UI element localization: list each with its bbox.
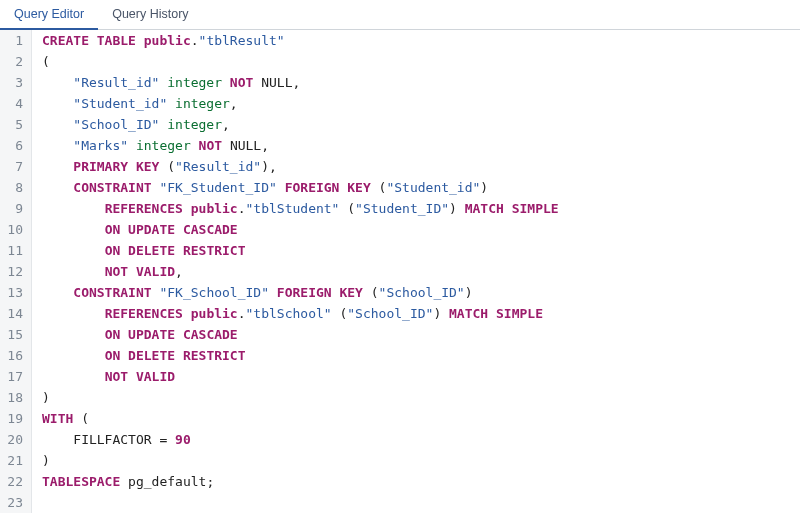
- code-token: integer: [167, 117, 222, 132]
- code-token: integer: [136, 138, 191, 153]
- code-token: "School_ID": [379, 285, 465, 300]
- code-token: [441, 306, 449, 321]
- line-number: 1: [6, 30, 23, 51]
- code-token: REFERENCES: [105, 201, 183, 216]
- code-line[interactable]: REFERENCES public."tblSchool" ("School_I…: [42, 303, 559, 324]
- code-line[interactable]: ): [42, 450, 559, 471]
- code-line[interactable]: WITH (: [42, 408, 559, 429]
- code-token: TABLE: [97, 33, 136, 48]
- code-token: [363, 285, 371, 300]
- tab-query-editor[interactable]: Query Editor: [0, 1, 98, 30]
- code-token: [42, 75, 73, 90]
- line-number: 11: [6, 240, 23, 261]
- code-token: [42, 327, 105, 342]
- code-token: [42, 285, 73, 300]
- query-editor[interactable]: 1234567891011121314151617181920212223 CR…: [0, 30, 800, 513]
- code-token: ON: [105, 243, 121, 258]
- code-token: ): [449, 201, 457, 216]
- code-token: (: [81, 411, 89, 426]
- code-token: "FK_School_ID": [159, 285, 269, 300]
- code-line[interactable]: NOT VALID,: [42, 261, 559, 282]
- code-token: ,: [261, 138, 269, 153]
- code-token: [89, 33, 97, 48]
- code-token: ): [42, 453, 50, 468]
- code-token: ,: [222, 117, 230, 132]
- code-token: "tblResult": [199, 33, 285, 48]
- line-number: 17: [6, 366, 23, 387]
- code-line[interactable]: ON DELETE RESTRICT: [42, 345, 559, 366]
- code-token: SIMPLE: [512, 201, 559, 216]
- code-token: "Result_id": [175, 159, 261, 174]
- line-number: 22: [6, 471, 23, 492]
- code-token: [371, 180, 379, 195]
- code-token: ON: [105, 348, 121, 363]
- code-token: [136, 33, 144, 48]
- code-token: TABLESPACE: [42, 474, 120, 489]
- code-line[interactable]: NOT VALID: [42, 366, 559, 387]
- code-token: [128, 159, 136, 174]
- code-token: integer: [175, 96, 230, 111]
- line-number: 9: [6, 198, 23, 219]
- code-token: [175, 222, 183, 237]
- code-area[interactable]: CREATE TABLE public."tblResult"( "Result…: [32, 30, 559, 513]
- code-line[interactable]: TABLESPACE pg_default;: [42, 471, 559, 492]
- code-line[interactable]: "Student_id" integer,: [42, 93, 559, 114]
- code-token: KEY: [347, 180, 370, 195]
- code-token: [120, 222, 128, 237]
- code-token: "FK_Student_ID": [159, 180, 276, 195]
- line-number: 4: [6, 93, 23, 114]
- code-line[interactable]: ON UPDATE CASCADE: [42, 324, 559, 345]
- code-token: (: [42, 54, 50, 69]
- code-line[interactable]: "School_ID" integer,: [42, 114, 559, 135]
- line-number: 19: [6, 408, 23, 429]
- code-token: .: [238, 201, 246, 216]
- code-line[interactable]: CREATE TABLE public."tblResult": [42, 30, 559, 51]
- code-token: MATCH: [465, 201, 504, 216]
- code-token: "Student_id": [386, 180, 480, 195]
- code-token: SIMPLE: [496, 306, 543, 321]
- line-number: 20: [6, 429, 23, 450]
- code-token: [128, 264, 136, 279]
- code-line[interactable]: FILLFACTOR = 90: [42, 429, 559, 450]
- code-token: CONSTRAINT: [73, 285, 151, 300]
- code-token: [191, 138, 199, 153]
- line-number: 8: [6, 177, 23, 198]
- code-line[interactable]: CONSTRAINT "FK_School_ID" FOREIGN KEY ("…: [42, 282, 559, 303]
- code-token: ON: [105, 327, 121, 342]
- code-token: MATCH: [449, 306, 488, 321]
- line-number: 5: [6, 114, 23, 135]
- code-line[interactable]: PRIMARY KEY ("Result_id"),: [42, 156, 559, 177]
- code-token: RESTRICT: [183, 243, 246, 258]
- code-token: NOT: [199, 138, 222, 153]
- code-token: [183, 306, 191, 321]
- code-token: [42, 117, 73, 132]
- code-line[interactable]: "Marks" integer NOT NULL,: [42, 135, 559, 156]
- code-token: [222, 138, 230, 153]
- tab-query-history[interactable]: Query History: [98, 1, 202, 30]
- code-line[interactable]: [42, 492, 559, 513]
- code-token: KEY: [136, 159, 159, 174]
- code-token: (: [167, 159, 175, 174]
- code-token: ,: [175, 264, 183, 279]
- line-number-gutter: 1234567891011121314151617181920212223: [0, 30, 32, 513]
- code-token: FOREIGN: [285, 180, 340, 195]
- code-token: "Student_id": [73, 96, 167, 111]
- code-line[interactable]: CONSTRAINT "FK_Student_ID" FOREIGN KEY (…: [42, 177, 559, 198]
- code-token: NULL: [261, 75, 292, 90]
- code-line[interactable]: ON DELETE RESTRICT: [42, 240, 559, 261]
- line-number: 7: [6, 156, 23, 177]
- code-line[interactable]: "Result_id" integer NOT NULL,: [42, 72, 559, 93]
- code-token: FOREIGN: [277, 285, 332, 300]
- code-token: ,: [292, 75, 300, 90]
- code-line[interactable]: ON UPDATE CASCADE: [42, 219, 559, 240]
- code-token: CASCADE: [183, 222, 238, 237]
- code-token: WITH: [42, 411, 73, 426]
- code-line[interactable]: REFERENCES public."tblStudent" ("Student…: [42, 198, 559, 219]
- code-line[interactable]: ): [42, 387, 559, 408]
- code-token: KEY: [339, 285, 362, 300]
- code-token: [120, 327, 128, 342]
- code-line[interactable]: (: [42, 51, 559, 72]
- code-token: ),: [261, 159, 277, 174]
- code-token: ON: [105, 222, 121, 237]
- code-token: [73, 411, 81, 426]
